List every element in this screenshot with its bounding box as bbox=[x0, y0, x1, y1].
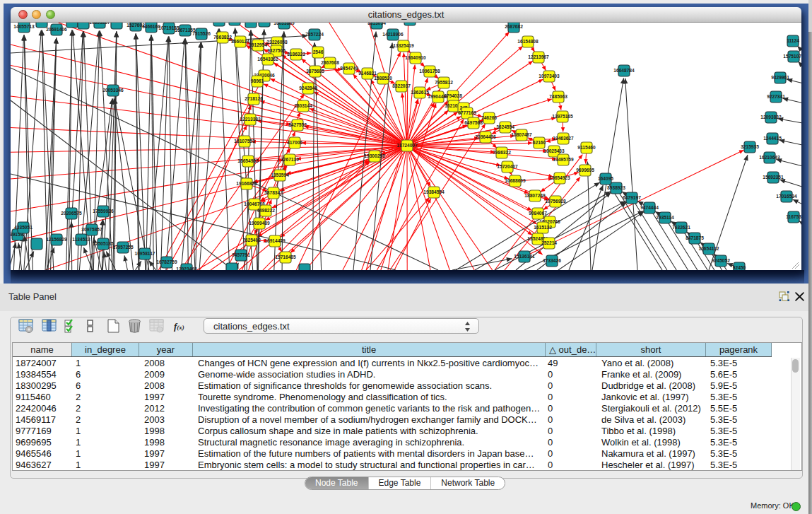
svg-text:16107553: 16107553 bbox=[234, 139, 255, 144]
svg-text:746266: 746266 bbox=[481, 115, 497, 120]
svg-text:13495759: 13495759 bbox=[553, 157, 574, 162]
svg-text:19384554: 19384554 bbox=[423, 189, 445, 194]
svg-text:3267130: 3267130 bbox=[281, 157, 299, 162]
svg-text:19300295: 19300295 bbox=[364, 153, 385, 158]
svg-text:15751074: 15751074 bbox=[783, 54, 801, 59]
svg-text:12213967: 12213967 bbox=[528, 54, 549, 59]
svg-text:9245052: 9245052 bbox=[712, 258, 730, 263]
svg-text:10653287: 10653287 bbox=[89, 23, 110, 25]
svg-text:2546: 2546 bbox=[313, 49, 324, 54]
svg-text:10958117: 10958117 bbox=[135, 251, 155, 256]
svg-text:1588520: 1588520 bbox=[374, 76, 392, 81]
svg-text:13975165: 13975165 bbox=[552, 114, 573, 119]
svg-text:7986322: 7986322 bbox=[493, 150, 511, 155]
svg-text:8427552: 8427552 bbox=[288, 122, 307, 127]
svg-text:7955812: 7955812 bbox=[435, 80, 453, 85]
svg-text:9474444: 9474444 bbox=[640, 205, 659, 210]
svg-text:12213382: 12213382 bbox=[240, 117, 261, 122]
svg-text:8471875: 8471875 bbox=[686, 235, 704, 240]
svg-text:9329961: 9329961 bbox=[771, 75, 789, 80]
svg-text:7485063: 7485063 bbox=[549, 94, 567, 99]
svg-text:9699695: 9699695 bbox=[576, 168, 594, 173]
svg-text:8813054: 8813054 bbox=[367, 23, 386, 25]
svg-text:13325419: 13325419 bbox=[393, 43, 414, 48]
svg-text:19463627: 19463627 bbox=[553, 136, 574, 141]
svg-text:15720407: 15720407 bbox=[497, 164, 518, 169]
svg-text:10973493: 10973493 bbox=[539, 74, 560, 78]
svg-text:9084067: 9084067 bbox=[529, 211, 547, 216]
svg-text:1362615: 1362615 bbox=[411, 90, 429, 95]
svg-text:16914479: 16914479 bbox=[264, 238, 286, 243]
svg-text:20053346: 20053346 bbox=[102, 88, 124, 93]
svg-text:6497568: 6497568 bbox=[464, 120, 483, 125]
svg-text:2718126: 2718126 bbox=[245, 96, 263, 101]
svg-text:16648784: 16648784 bbox=[613, 68, 635, 73]
svg-text:7632621: 7632621 bbox=[672, 225, 690, 230]
svg-text:15716485: 15716485 bbox=[275, 255, 296, 259]
svg-text:116753: 116753 bbox=[786, 214, 801, 219]
svg-text:252214: 252214 bbox=[541, 240, 557, 245]
svg-text:6479197: 6479197 bbox=[623, 195, 641, 200]
svg-text:2687682: 2687682 bbox=[505, 24, 523, 29]
svg-text:20364436: 20364436 bbox=[475, 134, 496, 139]
svg-text:12156829: 12156829 bbox=[46, 237, 67, 242]
svg-text:15692351: 15692351 bbox=[763, 175, 784, 180]
svg-text:417006: 417006 bbox=[287, 140, 302, 145]
svg-text:3215935: 3215935 bbox=[741, 144, 759, 149]
svg-text:16154808: 16154808 bbox=[517, 39, 539, 44]
svg-text:10807487: 10807487 bbox=[511, 132, 532, 137]
svg-text:17016534: 17016534 bbox=[776, 194, 797, 199]
svg-text:62160: 62160 bbox=[533, 140, 546, 145]
svg-text:1615132: 1615132 bbox=[534, 225, 552, 230]
svg-text:13640910: 13640910 bbox=[405, 55, 426, 60]
svg-text:10654112: 10654112 bbox=[699, 246, 719, 251]
svg-text:12093832: 12093832 bbox=[760, 115, 782, 119]
svg-text:10025433: 10025433 bbox=[543, 148, 565, 153]
svg-text:1733426: 1733426 bbox=[543, 258, 561, 263]
svg-text:8660124: 8660124 bbox=[231, 39, 249, 44]
svg-text:7663822: 7663822 bbox=[213, 35, 232, 40]
svg-text:9457791: 9457791 bbox=[232, 252, 250, 257]
svg-text:f(x): f(x) bbox=[174, 321, 184, 332]
svg-text:7625402: 7625402 bbox=[242, 238, 261, 243]
svg-text:4335051: 4335051 bbox=[14, 225, 33, 230]
svg-text:17957255: 17957255 bbox=[112, 245, 134, 250]
svg-text:23226058: 23226058 bbox=[266, 40, 288, 45]
svg-text:9227341: 9227341 bbox=[767, 94, 785, 99]
svg-text:18807249: 18807249 bbox=[524, 193, 546, 198]
svg-text:1134513: 1134513 bbox=[72, 237, 90, 242]
svg-text:16210643: 16210643 bbox=[759, 155, 780, 160]
svg-text:19166825: 19166825 bbox=[236, 181, 257, 186]
svg-text:8322037: 8322037 bbox=[392, 83, 411, 88]
svg-text:10961758: 10961758 bbox=[419, 69, 440, 74]
svg-text:14218906: 14218906 bbox=[382, 32, 404, 37]
svg-text:9327505: 9327505 bbox=[267, 48, 286, 53]
svg-text:6794028: 6794028 bbox=[444, 93, 462, 98]
svg-text:3624554: 3624554 bbox=[496, 124, 514, 129]
svg-text:19099489: 19099489 bbox=[249, 221, 270, 226]
svg-text:8938923: 8938923 bbox=[607, 185, 625, 190]
svg-text:16654983: 16654983 bbox=[237, 158, 259, 163]
svg-text:2803144: 2803144 bbox=[294, 103, 312, 108]
svg-text:18724007: 18724007 bbox=[396, 143, 418, 148]
svg-text:20206575: 20206575 bbox=[61, 211, 82, 216]
svg-text:9242848: 9242848 bbox=[299, 86, 317, 90]
svg-text:17559926: 17559926 bbox=[93, 209, 114, 214]
svg-text:164095: 164095 bbox=[598, 176, 613, 181]
svg-text:9115460: 9115460 bbox=[577, 145, 596, 150]
svg-text:4498222: 4498222 bbox=[257, 208, 275, 213]
svg-text:9146821: 9146821 bbox=[358, 71, 377, 76]
svg-text:5878342: 5878342 bbox=[264, 190, 283, 195]
svg-text:12505135: 12505135 bbox=[93, 241, 114, 246]
svg-text:3875685: 3875685 bbox=[306, 69, 324, 74]
svg-text:11124: 11124 bbox=[787, 38, 799, 43]
svg-text:7515526: 7515526 bbox=[192, 31, 211, 36]
svg-text:1353594: 1353594 bbox=[271, 173, 289, 177]
svg-text:98961: 98961 bbox=[251, 78, 264, 83]
svg-text:9777169: 9777169 bbox=[458, 110, 476, 115]
svg-text:15136141: 15136141 bbox=[514, 254, 535, 259]
svg-text:14055713: 14055713 bbox=[13, 24, 35, 29]
svg-text:2867608: 2867608 bbox=[321, 60, 339, 65]
svg-text:6466160: 6466160 bbox=[142, 24, 160, 29]
svg-text:16543362: 16543362 bbox=[257, 57, 278, 62]
